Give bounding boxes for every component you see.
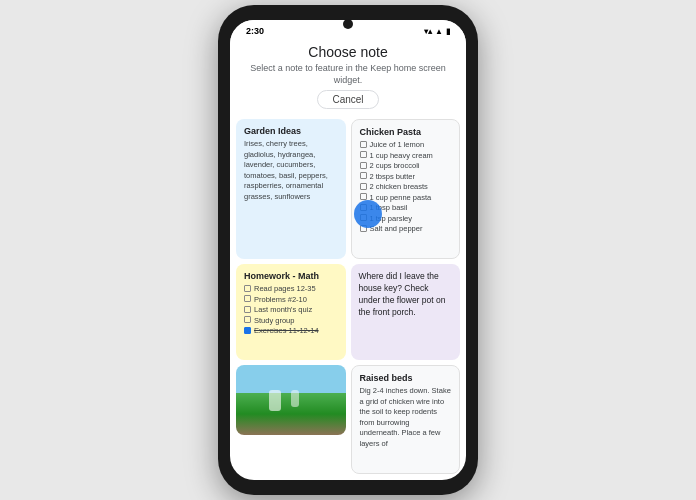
list-item: 1 cup penne pasta xyxy=(360,193,452,202)
phone-frame: 2:30 ▾▴ ▲ ▮ Choose note Select a note to… xyxy=(218,5,478,495)
notes-grid: Garden Ideas Irises, cherry trees, gladi… xyxy=(230,119,466,480)
list-item: 2 cups broccoli xyxy=(360,161,452,170)
waterfall-image xyxy=(236,365,346,435)
note-content-housekey: Where did I leave the house key? Check u… xyxy=(359,271,453,319)
note-title-chicken: Chicken Pasta xyxy=(360,127,452,137)
list-item: 1 tsp parsley xyxy=(360,214,452,223)
battery-icon: ▮ xyxy=(446,27,450,36)
list-item: 2 chicken breasts xyxy=(360,182,452,191)
signal-icon: ▾▴ xyxy=(424,27,432,36)
waterfall-decoration xyxy=(269,390,281,411)
dialog-title: Choose note xyxy=(242,44,454,60)
list-item: Read pages 12-35 xyxy=(244,284,338,293)
dialog-subtitle: Select a note to feature in the Keep hom… xyxy=(242,63,454,86)
list-item: Exercises 11-12-14 xyxy=(244,326,338,335)
note-title-raised: Raised beds xyxy=(360,373,452,383)
time-display: 2:30 xyxy=(246,26,264,36)
checklist-chicken: Juice of 1 lemon 1 cup heavy cream 2 cup… xyxy=(360,140,452,233)
camera-notch xyxy=(343,19,353,29)
list-item: Problems #2-10 xyxy=(244,295,338,304)
note-title-garden: Garden Ideas xyxy=(244,126,338,136)
dialog-header: Choose note Select a note to feature in … xyxy=(230,38,466,119)
list-item: Last month's quiz xyxy=(244,305,338,314)
note-title-homework: Homework - Math xyxy=(244,271,338,281)
note-card-homework[interactable]: Homework - Math Read pages 12-35 Problem… xyxy=(236,264,346,360)
checklist-homework: Read pages 12-35 Problems #2-10 Last mon… xyxy=(244,284,338,335)
list-item: Salt and pepper xyxy=(360,224,452,233)
cancel-button[interactable]: Cancel xyxy=(317,90,378,109)
note-content-garden: Irises, cherry trees, gladiolus, hydrang… xyxy=(244,139,338,202)
list-item: 2 tbsps butter xyxy=(360,172,452,181)
note-card-garden-ideas[interactable]: Garden Ideas Irises, cherry trees, gladi… xyxy=(236,119,346,259)
waterfall2-decoration xyxy=(291,390,299,408)
list-item: 1 tbsp basil xyxy=(360,203,452,212)
note-card-chicken-pasta[interactable]: Chicken Pasta Juice of 1 lemon 1 cup hea… xyxy=(351,119,461,259)
note-card-waterfall[interactable] xyxy=(236,365,346,435)
status-icons: ▾▴ ▲ ▮ xyxy=(424,27,450,36)
note-card-raised-beds[interactable]: Raised beds Dig 2-4 inches down. Stake a… xyxy=(351,365,461,474)
list-item: Juice of 1 lemon xyxy=(360,140,452,149)
note-content-raised: Dig 2-4 inches down. Stake a grid of chi… xyxy=(360,386,452,449)
list-item: Study group xyxy=(244,316,338,325)
list-item: 1 cup heavy cream xyxy=(360,151,452,160)
wifi-icon: ▲ xyxy=(435,27,443,36)
note-card-housekey[interactable]: Where did I leave the house key? Check u… xyxy=(351,264,461,360)
phone-screen: 2:30 ▾▴ ▲ ▮ Choose note Select a note to… xyxy=(230,20,466,480)
